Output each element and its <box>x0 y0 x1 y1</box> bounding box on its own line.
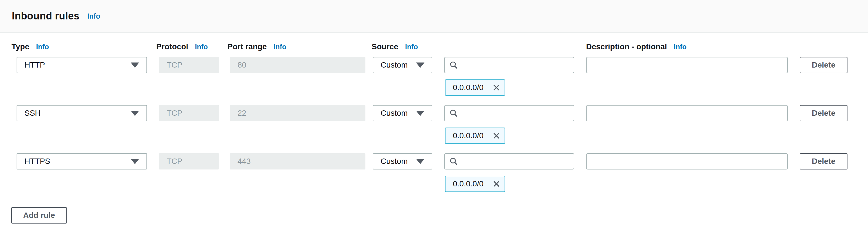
type-select[interactable]: HTTPS <box>17 153 147 169</box>
protocol-value: TCP <box>167 157 182 166</box>
source-cidr-value: 0.0.0.0/0 <box>453 83 484 92</box>
caret-down-icon <box>416 62 425 68</box>
port-range-field: 22 <box>230 105 365 122</box>
type-info-link[interactable]: Info <box>36 43 49 51</box>
source-search-box <box>444 153 574 169</box>
column-label: Protocol <box>156 42 188 51</box>
caret-down-icon <box>131 159 139 164</box>
source-cidr-token: 0.0.0.0/0 <box>445 128 505 144</box>
panel-header: Inbound rules Info <box>0 0 868 33</box>
panel-info-link[interactable]: Info <box>87 12 100 20</box>
port-range-info-link[interactable]: Info <box>274 43 286 51</box>
type-select-value: HTTP <box>25 60 45 70</box>
source-search-input[interactable] <box>462 154 569 169</box>
description-info-link[interactable]: Info <box>674 43 687 51</box>
port-range-field: 443 <box>230 153 365 169</box>
close-icon <box>492 180 501 188</box>
source-type-select[interactable]: Custom <box>373 105 432 122</box>
column-header-protocol: Protocol Info <box>156 42 208 52</box>
type-select-value: HTTPS <box>25 157 50 166</box>
close-icon <box>492 83 501 92</box>
protocol-field: TCP <box>159 57 219 73</box>
column-label: Port range <box>227 42 267 51</box>
source-search-box <box>444 57 574 73</box>
column-header-description: Description - optional Info <box>586 42 687 52</box>
source-info-link[interactable]: Info <box>405 43 418 51</box>
source-type-select[interactable]: Custom <box>373 57 432 73</box>
type-select[interactable]: HTTP <box>17 57 147 73</box>
delete-button[interactable]: Delete <box>800 105 847 122</box>
source-cidr-value: 0.0.0.0/0 <box>453 131 484 140</box>
search-icon <box>449 157 458 166</box>
close-icon <box>492 132 501 140</box>
protocol-field: TCP <box>159 105 219 122</box>
source-type-select[interactable]: Custom <box>373 153 432 169</box>
protocol-field: TCP <box>159 153 219 169</box>
panel-title: Inbound rules <box>12 10 80 22</box>
source-search-input[interactable] <box>462 57 569 73</box>
description-input[interactable] <box>586 105 788 122</box>
search-icon <box>449 60 458 70</box>
type-select[interactable]: SSH <box>17 105 147 122</box>
column-header-port-range: Port range Info <box>227 42 286 52</box>
source-cidr-value: 0.0.0.0/0 <box>453 179 484 188</box>
port-range-value: 22 <box>238 109 246 118</box>
source-search-input[interactable] <box>462 106 569 121</box>
caret-down-icon <box>131 111 139 116</box>
delete-button[interactable]: Delete <box>800 153 847 169</box>
inbound-rules-panel: Inbound rules Info Type Info Protocol In… <box>0 0 868 241</box>
caret-down-icon <box>131 62 139 68</box>
source-type-value: Custom <box>381 157 408 166</box>
add-rule-button[interactable]: Add rule <box>11 207 67 223</box>
column-label: Source <box>372 42 398 51</box>
caret-down-icon <box>416 111 425 116</box>
remove-cidr-button[interactable] <box>492 180 501 188</box>
source-cidr-token: 0.0.0.0/0 <box>445 79 505 96</box>
search-icon <box>449 109 458 118</box>
protocol-value: TCP <box>167 109 182 118</box>
source-type-value: Custom <box>381 60 408 70</box>
column-header-type: Type Info <box>11 42 49 52</box>
port-range-value: 80 <box>238 60 246 70</box>
source-search-box <box>444 105 574 122</box>
remove-cidr-button[interactable] <box>492 83 501 92</box>
source-cidr-token: 0.0.0.0/0 <box>445 176 505 192</box>
column-header-source: Source Info <box>372 42 418 52</box>
description-input[interactable] <box>586 153 788 169</box>
delete-button[interactable]: Delete <box>800 57 847 73</box>
caret-down-icon <box>416 159 425 164</box>
protocol-value: TCP <box>167 60 182 70</box>
column-label: Description - optional <box>586 42 667 51</box>
source-type-value: Custom <box>381 109 408 118</box>
type-select-value: SSH <box>25 109 41 118</box>
column-label: Type <box>11 42 29 51</box>
description-input[interactable] <box>586 57 788 73</box>
port-range-value: 443 <box>238 157 251 166</box>
protocol-info-link[interactable]: Info <box>195 43 208 51</box>
port-range-field: 80 <box>230 57 365 73</box>
remove-cidr-button[interactable] <box>492 132 501 140</box>
